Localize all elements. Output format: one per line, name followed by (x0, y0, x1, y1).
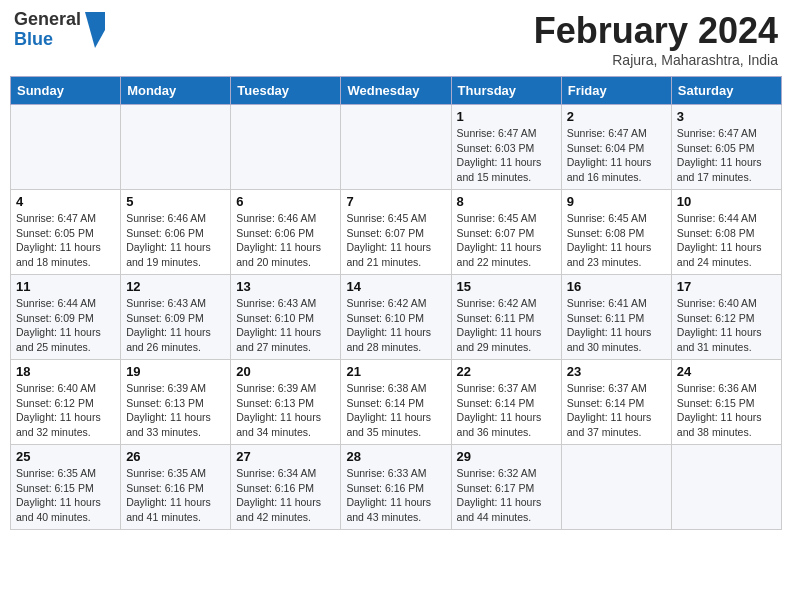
calendar-cell: 2Sunrise: 6:47 AM Sunset: 6:04 PM Daylig… (561, 105, 671, 190)
day-number: 12 (126, 279, 225, 294)
calendar-cell: 19Sunrise: 6:39 AM Sunset: 6:13 PM Dayli… (121, 360, 231, 445)
day-info: Sunrise: 6:45 AM Sunset: 6:08 PM Dayligh… (567, 211, 666, 270)
calendar-cell: 5Sunrise: 6:46 AM Sunset: 6:06 PM Daylig… (121, 190, 231, 275)
calendar-cell: 26Sunrise: 6:35 AM Sunset: 6:16 PM Dayli… (121, 445, 231, 530)
day-info: Sunrise: 6:44 AM Sunset: 6:08 PM Dayligh… (677, 211, 776, 270)
day-number: 16 (567, 279, 666, 294)
day-info: Sunrise: 6:40 AM Sunset: 6:12 PM Dayligh… (16, 381, 115, 440)
calendar-cell: 13Sunrise: 6:43 AM Sunset: 6:10 PM Dayli… (231, 275, 341, 360)
calendar-cell: 22Sunrise: 6:37 AM Sunset: 6:14 PM Dayli… (451, 360, 561, 445)
day-header-monday: Monday (121, 77, 231, 105)
day-info: Sunrise: 6:46 AM Sunset: 6:06 PM Dayligh… (236, 211, 335, 270)
day-number: 13 (236, 279, 335, 294)
calendar-cell (11, 105, 121, 190)
calendar-cell: 11Sunrise: 6:44 AM Sunset: 6:09 PM Dayli… (11, 275, 121, 360)
day-info: Sunrise: 6:42 AM Sunset: 6:10 PM Dayligh… (346, 296, 445, 355)
week-row-3: 11Sunrise: 6:44 AM Sunset: 6:09 PM Dayli… (11, 275, 782, 360)
day-info: Sunrise: 6:40 AM Sunset: 6:12 PM Dayligh… (677, 296, 776, 355)
day-number: 8 (457, 194, 556, 209)
day-header-tuesday: Tuesday (231, 77, 341, 105)
day-number: 7 (346, 194, 445, 209)
calendar-cell: 6Sunrise: 6:46 AM Sunset: 6:06 PM Daylig… (231, 190, 341, 275)
calendar-cell: 3Sunrise: 6:47 AM Sunset: 6:05 PM Daylig… (671, 105, 781, 190)
day-number: 3 (677, 109, 776, 124)
day-info: Sunrise: 6:46 AM Sunset: 6:06 PM Dayligh… (126, 211, 225, 270)
calendar-cell: 28Sunrise: 6:33 AM Sunset: 6:16 PM Dayli… (341, 445, 451, 530)
logo-general: General (14, 10, 81, 30)
day-header-row: SundayMondayTuesdayWednesdayThursdayFrid… (11, 77, 782, 105)
calendar-cell (231, 105, 341, 190)
calendar-cell: 1Sunrise: 6:47 AM Sunset: 6:03 PM Daylig… (451, 105, 561, 190)
calendar-cell: 15Sunrise: 6:42 AM Sunset: 6:11 PM Dayli… (451, 275, 561, 360)
day-number: 17 (677, 279, 776, 294)
day-number: 9 (567, 194, 666, 209)
location: Rajura, Maharashtra, India (534, 52, 778, 68)
day-info: Sunrise: 6:37 AM Sunset: 6:14 PM Dayligh… (567, 381, 666, 440)
day-info: Sunrise: 6:45 AM Sunset: 6:07 PM Dayligh… (346, 211, 445, 270)
day-info: Sunrise: 6:41 AM Sunset: 6:11 PM Dayligh… (567, 296, 666, 355)
day-number: 29 (457, 449, 556, 464)
calendar-cell (341, 105, 451, 190)
day-number: 4 (16, 194, 115, 209)
calendar-cell: 4Sunrise: 6:47 AM Sunset: 6:05 PM Daylig… (11, 190, 121, 275)
day-number: 27 (236, 449, 335, 464)
day-number: 11 (16, 279, 115, 294)
day-info: Sunrise: 6:39 AM Sunset: 6:13 PM Dayligh… (236, 381, 335, 440)
day-number: 28 (346, 449, 445, 464)
day-number: 22 (457, 364, 556, 379)
day-info: Sunrise: 6:47 AM Sunset: 6:03 PM Dayligh… (457, 126, 556, 185)
calendar-cell: 10Sunrise: 6:44 AM Sunset: 6:08 PM Dayli… (671, 190, 781, 275)
day-number: 14 (346, 279, 445, 294)
calendar-cell: 18Sunrise: 6:40 AM Sunset: 6:12 PM Dayli… (11, 360, 121, 445)
day-number: 24 (677, 364, 776, 379)
week-row-4: 18Sunrise: 6:40 AM Sunset: 6:12 PM Dayli… (11, 360, 782, 445)
calendar-cell: 14Sunrise: 6:42 AM Sunset: 6:10 PM Dayli… (341, 275, 451, 360)
day-info: Sunrise: 6:43 AM Sunset: 6:09 PM Dayligh… (126, 296, 225, 355)
day-info: Sunrise: 6:47 AM Sunset: 6:04 PM Dayligh… (567, 126, 666, 185)
calendar-cell: 21Sunrise: 6:38 AM Sunset: 6:14 PM Dayli… (341, 360, 451, 445)
day-number: 18 (16, 364, 115, 379)
page-header: General Blue February 2024 Rajura, Mahar… (10, 10, 782, 68)
calendar-cell: 24Sunrise: 6:36 AM Sunset: 6:15 PM Dayli… (671, 360, 781, 445)
title-block: February 2024 Rajura, Maharashtra, India (534, 10, 778, 68)
day-header-sunday: Sunday (11, 77, 121, 105)
week-row-1: 1Sunrise: 6:47 AM Sunset: 6:03 PM Daylig… (11, 105, 782, 190)
svg-marker-0 (85, 12, 105, 48)
day-info: Sunrise: 6:32 AM Sunset: 6:17 PM Dayligh… (457, 466, 556, 525)
day-info: Sunrise: 6:38 AM Sunset: 6:14 PM Dayligh… (346, 381, 445, 440)
calendar-cell: 17Sunrise: 6:40 AM Sunset: 6:12 PM Dayli… (671, 275, 781, 360)
day-number: 25 (16, 449, 115, 464)
day-info: Sunrise: 6:47 AM Sunset: 6:05 PM Dayligh… (16, 211, 115, 270)
day-info: Sunrise: 6:36 AM Sunset: 6:15 PM Dayligh… (677, 381, 776, 440)
day-number: 6 (236, 194, 335, 209)
day-info: Sunrise: 6:39 AM Sunset: 6:13 PM Dayligh… (126, 381, 225, 440)
calendar-cell: 20Sunrise: 6:39 AM Sunset: 6:13 PM Dayli… (231, 360, 341, 445)
day-number: 26 (126, 449, 225, 464)
week-row-5: 25Sunrise: 6:35 AM Sunset: 6:15 PM Dayli… (11, 445, 782, 530)
day-number: 21 (346, 364, 445, 379)
calendar-cell (121, 105, 231, 190)
day-header-thursday: Thursday (451, 77, 561, 105)
logo: General Blue (14, 10, 105, 50)
day-number: 2 (567, 109, 666, 124)
calendar-cell: 23Sunrise: 6:37 AM Sunset: 6:14 PM Dayli… (561, 360, 671, 445)
calendar-cell: 9Sunrise: 6:45 AM Sunset: 6:08 PM Daylig… (561, 190, 671, 275)
day-header-saturday: Saturday (671, 77, 781, 105)
logo-icon (85, 12, 105, 48)
day-number: 10 (677, 194, 776, 209)
day-number: 23 (567, 364, 666, 379)
logo-text: General Blue (14, 10, 81, 50)
calendar-cell (671, 445, 781, 530)
calendar-cell: 12Sunrise: 6:43 AM Sunset: 6:09 PM Dayli… (121, 275, 231, 360)
day-info: Sunrise: 6:37 AM Sunset: 6:14 PM Dayligh… (457, 381, 556, 440)
day-info: Sunrise: 6:34 AM Sunset: 6:16 PM Dayligh… (236, 466, 335, 525)
day-number: 20 (236, 364, 335, 379)
calendar-table: SundayMondayTuesdayWednesdayThursdayFrid… (10, 76, 782, 530)
day-info: Sunrise: 6:35 AM Sunset: 6:15 PM Dayligh… (16, 466, 115, 525)
calendar-cell: 29Sunrise: 6:32 AM Sunset: 6:17 PM Dayli… (451, 445, 561, 530)
week-row-2: 4Sunrise: 6:47 AM Sunset: 6:05 PM Daylig… (11, 190, 782, 275)
day-info: Sunrise: 6:42 AM Sunset: 6:11 PM Dayligh… (457, 296, 556, 355)
day-number: 19 (126, 364, 225, 379)
day-header-wednesday: Wednesday (341, 77, 451, 105)
month-title: February 2024 (534, 10, 778, 52)
